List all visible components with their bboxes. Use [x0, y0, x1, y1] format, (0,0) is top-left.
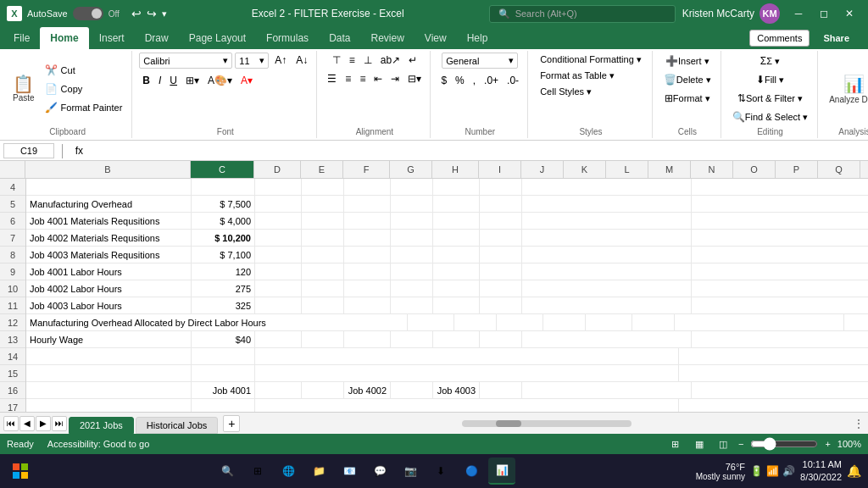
align-center-btn[interactable]: ≡ [342, 71, 354, 86]
zoom-percentage[interactable]: 100% [837, 439, 861, 449]
italic-btn[interactable]: I [155, 73, 164, 88]
cell-f10[interactable] [344, 280, 391, 297]
cell-g6[interactable] [391, 213, 433, 230]
cell-h8[interactable] [433, 247, 480, 263]
sheet-tab-historical-jobs[interactable]: Historical Jobs [136, 417, 219, 434]
cell-d12[interactable] [408, 314, 454, 331]
taskbar-downloads[interactable]: ⬇ [427, 458, 454, 485]
cell-c9[interactable]: 120 [192, 263, 255, 280]
row-header-11[interactable]: 11 [0, 297, 25, 314]
cell-e11[interactable] [302, 297, 344, 314]
cell-b17[interactable] [26, 399, 192, 412]
col-header-n[interactable]: N [691, 161, 733, 178]
cell-b12[interactable]: Manufacturing Overhead Allocated by Dire… [26, 314, 408, 331]
cell-f9[interactable] [344, 263, 391, 280]
page-break-view-btn[interactable]: ◫ [715, 435, 732, 452]
cell-j12[interactable] [675, 314, 844, 331]
cell-h9[interactable] [433, 263, 480, 280]
sheet-nav-first[interactable]: ⏮ [3, 416, 19, 431]
formula-input[interactable] [90, 143, 865, 158]
cell-i5[interactable] [480, 196, 522, 213]
cell-d10[interactable] [255, 280, 302, 297]
sort-filter-btn[interactable]: ⇅ Sort & Filter ▾ [733, 90, 807, 107]
cell-g10[interactable] [391, 280, 433, 297]
cell-g13[interactable] [391, 331, 433, 348]
font-color-btn[interactable]: A▾ [237, 73, 256, 88]
copy-btn[interactable]: 📄 Copy [41, 80, 127, 97]
row-header-5[interactable]: 5 [0, 196, 25, 213]
comma-btn[interactable]: , [470, 73, 479, 88]
cell-b11[interactable]: Job 4003 Labor Hours [26, 297, 192, 314]
decrease-indent-btn[interactable]: ⇤ [370, 71, 386, 86]
col-header-h[interactable]: H [432, 161, 479, 178]
delete-btn[interactable]: 🗑️ Delete ▾ [659, 71, 715, 88]
cell-e4[interactable] [302, 179, 344, 196]
cell-reference-box[interactable] [3, 143, 54, 158]
underline-btn[interactable]: U [166, 73, 181, 88]
cell-i12[interactable] [632, 314, 675, 331]
cut-btn[interactable]: ✂️ Cut [41, 62, 127, 79]
cell-j5[interactable] [522, 196, 692, 213]
zoom-slider[interactable] [750, 437, 818, 451]
col-header-f[interactable]: F [343, 161, 390, 178]
restore-btn[interactable]: ◻ [812, 5, 836, 22]
paste-btn[interactable]: 📋 Paste [8, 73, 39, 105]
taskbar-task-view[interactable]: ⊞ [244, 458, 271, 485]
cell-d11[interactable] [255, 297, 302, 314]
redo-btn[interactable]: ↪ [147, 7, 157, 20]
cell-e10[interactable] [302, 280, 344, 297]
cell-g12[interactable] [543, 314, 586, 331]
add-sheet-btn[interactable]: + [223, 415, 240, 432]
scrollbar-thumb[interactable] [496, 420, 521, 427]
cell-b13[interactable]: Hourly Wage [26, 331, 192, 348]
format-painter-btn[interactable]: 🖌️ Format Painter [41, 99, 127, 116]
tab-view[interactable]: View [415, 27, 457, 49]
dec-dec-btn[interactable]: .0- [504, 73, 522, 88]
cell-d8[interactable] [255, 247, 302, 263]
cell-i10[interactable] [480, 280, 522, 297]
cell-b5[interactable]: Manufacturing Overhead [26, 196, 192, 213]
cell-c13[interactable]: $40 [192, 331, 255, 348]
cell-i11[interactable] [480, 297, 522, 314]
cell-c11[interactable]: 325 [192, 297, 255, 314]
col-header-g[interactable]: G [390, 161, 432, 178]
tab-home[interactable]: Home [40, 27, 88, 49]
cell-f16[interactable]: Job 4002 [344, 382, 391, 399]
col-header-j[interactable]: J [521, 161, 564, 178]
sheet-nav-last[interactable]: ⏭ [52, 416, 67, 431]
bold-btn[interactable]: B [139, 73, 153, 88]
analyze-data-btn[interactable]: 📊 Analyze Data [825, 71, 868, 107]
align-top-btn[interactable]: ⊤ [329, 53, 344, 68]
close-btn[interactable]: ✕ [837, 5, 861, 22]
volume-icon[interactable]: 🔊 [782, 465, 795, 477]
currency-btn[interactable]: $ [437, 73, 450, 88]
cell-f8[interactable] [344, 247, 391, 263]
cell-c6[interactable]: $ 4,000 [192, 213, 255, 230]
number-format-dropdown[interactable]: General ▾ [442, 53, 518, 69]
cell-e6[interactable] [302, 213, 344, 230]
align-left-btn[interactable]: ☰ [324, 71, 340, 86]
time-display[interactable]: 10:11 AM 8/30/2022 [800, 458, 842, 485]
format-btn[interactable]: ⊞ Format ▾ [660, 90, 715, 107]
tab-insert[interactable]: Insert [89, 27, 135, 49]
row-header-14[interactable]: 14 [0, 348, 25, 365]
cell-h12[interactable] [586, 314, 632, 331]
cell-h11[interactable] [433, 297, 480, 314]
cell-f4[interactable] [344, 179, 391, 196]
cell-e7[interactable] [302, 230, 344, 247]
cell-h5[interactable] [433, 196, 480, 213]
cell-b14[interactable] [26, 348, 192, 365]
cell-f5[interactable] [344, 196, 391, 213]
cell-h16[interactable]: Job 4003 [433, 382, 480, 399]
borders-btn[interactable]: ⊞▾ [182, 73, 203, 88]
sheet-nav-next[interactable]: ▶ [36, 416, 51, 431]
tab-page-layout[interactable]: Page Layout [179, 27, 256, 49]
col-header-c[interactable]: C [191, 161, 254, 178]
col-header-q[interactable]: Q [818, 161, 860, 178]
quick-access-customize[interactable]: ▾ [162, 8, 167, 19]
cell-f7[interactable] [344, 230, 391, 247]
cell-b16[interactable] [26, 382, 192, 399]
cell-i8[interactable] [480, 247, 522, 263]
cell-b7[interactable]: Job 4002 Materials Requsitions [26, 230, 192, 247]
cell-b10[interactable]: Job 4002 Labor Hours [26, 280, 192, 297]
